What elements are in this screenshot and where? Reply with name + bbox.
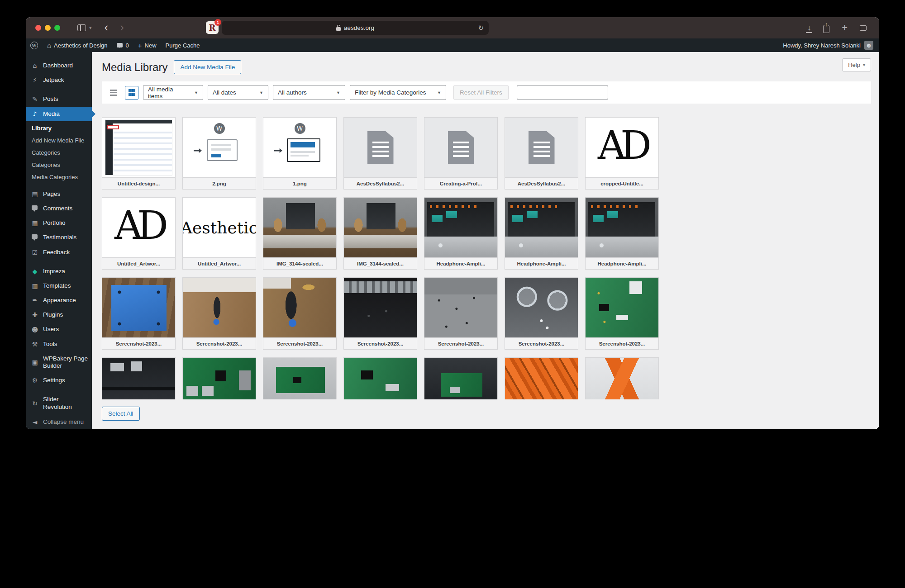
media-filename: Untitled_Artwor...	[102, 257, 175, 269]
sidebar-item-media[interactable]: ♪Media	[26, 107, 92, 121]
media-item[interactable]	[102, 357, 176, 399]
media-item[interactable]: ADcropped-Untitle...	[585, 117, 659, 190]
media-item[interactable]: Screenshot-2023...	[263, 277, 337, 350]
site-name-link[interactable]: ⌂ Aesthetics of Design	[43, 38, 112, 52]
sidebar-item-testimonials[interactable]: Testimonials	[26, 230, 92, 245]
forward-button[interactable]: ›	[120, 21, 124, 33]
page-header: Media Library Add New Media File	[102, 60, 871, 74]
tab-overview-icon[interactable]	[860, 25, 867, 31]
media-item[interactable]: Screenshot-2023...	[102, 277, 176, 350]
media-item[interactable]: Screenshot-2023...	[585, 277, 659, 350]
media-item[interactable]	[263, 357, 337, 399]
media-filename: 1.png	[263, 177, 336, 189]
sidebar-item-slider-revolution[interactable]: ↻Slider Revolution	[26, 392, 92, 414]
media-item[interactable]	[182, 357, 256, 399]
media-item[interactable]: IMG_3144-scaled...	[263, 197, 337, 270]
media-item[interactable]: ADUntitled_Artwor...	[102, 197, 176, 270]
reset-filters-button[interactable]: Reset All Filters	[453, 85, 509, 100]
sidebar-item-users[interactable]: ☻Users	[26, 322, 92, 337]
back-button[interactable]: ‹	[105, 21, 109, 33]
tab-group-chevron-icon[interactable]: ▾	[89, 25, 92, 31]
sidebar-item-portfolio[interactable]: ▦Portfolio	[26, 216, 92, 230]
media-item[interactable]: IMG_3144-scaled...	[343, 197, 417, 270]
media-item[interactable]: AesDesSyllabus2...	[505, 117, 578, 190]
media-filename: Screenshot-2023...	[263, 337, 336, 349]
media-item[interactable]: Screenshot-2023...	[424, 277, 498, 350]
category-filter[interactable]: Filter by Media Categories ▼	[350, 85, 446, 100]
media-item[interactable]	[505, 357, 578, 399]
refresh-icon[interactable]: ↻	[478, 24, 484, 32]
media-type-filter[interactable]: All media items ▼	[143, 85, 203, 100]
minimize-button[interactable]	[45, 25, 51, 31]
media-item[interactable]: Screenshot-2023...	[182, 277, 256, 350]
media-item[interactable]: Screenshot-2023...	[343, 277, 417, 350]
sidebar-item-appearance[interactable]: ✒Appearance	[26, 293, 92, 308]
sidebar-item-posts[interactable]: ✎Posts	[26, 92, 92, 106]
sidebar-item-settings[interactable]: ⚙Settings	[26, 373, 92, 388]
sidebar-subitem-categories[interactable]: Categories	[26, 159, 92, 171]
grid-view-button[interactable]	[125, 86, 138, 100]
media-item[interactable]: Headphone-Ampli...	[585, 197, 659, 270]
address-bar[interactable]: aesdes.org ↻	[222, 21, 489, 35]
sidebar-item-label: Testimonials	[43, 234, 76, 241]
sidebar-item-label: Pages	[43, 190, 60, 198]
add-new-media-button[interactable]: Add New Media File	[174, 60, 241, 74]
sidebar-item-wpbakery-page-builder[interactable]: ▣WPBakery Page Builder	[26, 351, 92, 373]
new-tab-icon[interactable]: +	[842, 23, 848, 33]
close-button[interactable]	[35, 25, 41, 31]
sidebar-item-templates[interactable]: ▥Templates	[26, 279, 92, 293]
media-thumbnail	[505, 278, 578, 337]
media-thumbnail	[102, 278, 175, 337]
sidebar-item-dashboard[interactable]: ⌂Dashboard	[26, 58, 92, 73]
sidebar-item-feedback[interactable]: ☑Feedback	[26, 245, 92, 260]
media-item[interactable]	[424, 357, 498, 399]
sidebar-item-jetpack[interactable]: ⚡Jetpack	[26, 73, 92, 87]
media-item[interactable]: W2.png	[182, 117, 256, 190]
account-menu[interactable]: Howdy, Shrey Naresh Solanki ☻	[783, 41, 879, 50]
sidebar-item-plugins[interactable]: ✚Plugins	[26, 308, 92, 322]
list-view-button[interactable]	[107, 86, 120, 100]
downloads-icon[interactable]: ↓	[807, 24, 811, 32]
search-input[interactable]	[517, 85, 608, 100]
media-filename: Screenshot-2023...	[102, 337, 175, 349]
new-content-link[interactable]: + New	[133, 38, 161, 52]
new-label: New	[145, 42, 157, 49]
plus-icon: +	[138, 42, 142, 49]
media-thumbnail	[263, 278, 336, 337]
media-item[interactable]: Creating-a-Prof...	[424, 117, 498, 190]
sidebar-item-comments[interactable]: Comments	[26, 201, 92, 216]
wp-logo-menu[interactable]: W	[26, 38, 43, 52]
extension-button[interactable]: R 1	[206, 21, 219, 34]
sidebar-item-tools[interactable]: ⚒Tools	[26, 337, 92, 351]
sidebar-toggle-icon[interactable]	[77, 24, 86, 31]
media-item[interactable]: Untitled-design...	[102, 117, 176, 190]
media-item[interactable]	[585, 357, 659, 399]
sidebar-item-collapse-menu[interactable]: ◄Collapse menu	[26, 415, 92, 429]
select-all-button[interactable]: Select All	[102, 407, 140, 421]
purge-cache-link[interactable]: Purge Cache	[161, 38, 205, 52]
media-icon: ♪	[31, 110, 39, 118]
media-item[interactable]: AesDesSyllabus2...	[343, 117, 417, 190]
author-filter[interactable]: All authors ▼	[273, 85, 345, 100]
date-filter[interactable]: All dates ▼	[208, 85, 268, 100]
sidebar-item-impreza[interactable]: ◆Impreza	[26, 264, 92, 279]
share-icon[interactable]: ↑	[823, 25, 829, 33]
media-filename: Screenshot-2023...	[183, 337, 256, 349]
sidebar-subitem-media-categories[interactable]: Media Categories	[26, 171, 92, 183]
thumbnail-art-text: W	[214, 123, 225, 134]
select-arrow-icon: ▼	[330, 90, 340, 95]
help-button[interactable]: Help ▾	[842, 58, 871, 71]
media-item[interactable]: Headphone-Ampli...	[505, 197, 578, 270]
sidebar-subitem-add-new-media-file[interactable]: Add New Media File	[26, 134, 92, 147]
media-item[interactable]: Headphone-Ampli...	[424, 197, 498, 270]
sidebar-item-label: Jetpack	[43, 76, 64, 84]
media-item[interactable]: W1.png	[263, 117, 337, 190]
media-item[interactable]: Aesthetics oUntitled_Artwor...	[182, 197, 256, 270]
comments-link[interactable]: 0	[112, 38, 133, 52]
sidebar-subitem-categories[interactable]: Categories	[26, 147, 92, 159]
media-item[interactable]	[343, 357, 417, 399]
media-item[interactable]: Screenshot-2023...	[505, 277, 578, 350]
zoom-button[interactable]	[54, 25, 60, 31]
sidebar-item-pages[interactable]: ▤Pages	[26, 187, 92, 201]
sidebar-subitem-library[interactable]: Library	[26, 122, 92, 134]
